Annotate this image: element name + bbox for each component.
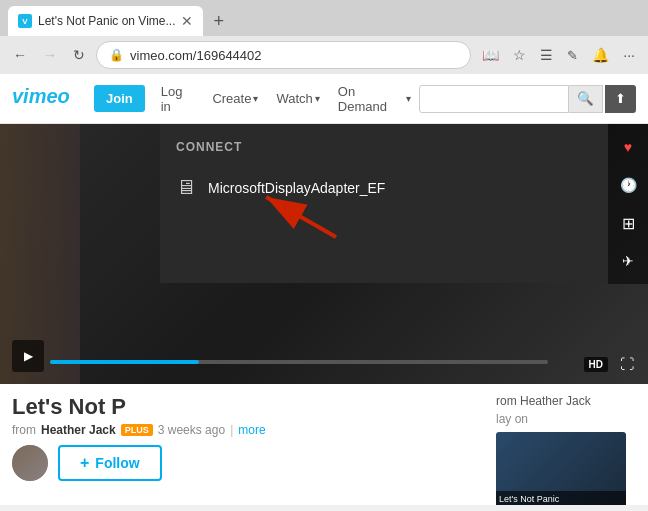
address-bar[interactable]: 🔒 vimeo.com/169644402: [96, 41, 471, 69]
new-tab-button[interactable]: +: [207, 11, 230, 32]
forward-button[interactable]: →: [38, 44, 62, 66]
author-name: Heather Jack: [41, 423, 116, 437]
svg-text:vimeo: vimeo: [12, 85, 70, 107]
watch-menu[interactable]: Watch ▾: [268, 86, 327, 111]
navigation-bar: ← → ↻ 🔒 vimeo.com/169644402 📖 ☆ ☰ ✎ 🔔 ··…: [0, 36, 648, 74]
tab-close-button[interactable]: ✕: [181, 13, 193, 29]
video-title: Let's Not P: [12, 394, 484, 420]
sidebar-thumb-overlay: Let's Not Panic: [496, 491, 626, 505]
tab-favicon: V: [18, 14, 32, 28]
url-text: vimeo.com/169644402: [130, 48, 262, 63]
progress-bar[interactable]: [50, 360, 548, 364]
menu-icon[interactable]: ☰: [535, 44, 558, 66]
watch-later-button[interactable]: 🕐: [613, 170, 643, 200]
connect-title: CONNECT: [176, 140, 592, 154]
lock-icon: 🔒: [109, 48, 124, 62]
share-button[interactable]: ✈: [613, 246, 643, 276]
monitor-icon: 🖥: [176, 176, 196, 199]
fullscreen-button[interactable]: ⛶: [620, 356, 634, 372]
author-section: + Follow: [12, 445, 484, 481]
svg-line-2: [266, 197, 336, 237]
avatar-image: [12, 445, 48, 481]
create-menu[interactable]: Create ▾: [204, 86, 266, 111]
bell-icon[interactable]: 🔔: [587, 44, 614, 66]
connect-dropdown: CONNECT 🖥 MicrosoftDisplayAdapter_EF: [160, 124, 608, 283]
sidebar-from-label: rom Heather Jack: [496, 394, 636, 408]
video-info-section: Let's Not P from Heather Jack PLUS 3 wee…: [12, 394, 484, 505]
video-area: CONNECT 🖥 MicrosoftDisplayAdapter_EF ▶: [0, 124, 648, 384]
arrow-area: [176, 207, 592, 267]
header-search: 🔍 ⬆: [419, 85, 636, 113]
more-link[interactable]: more: [238, 423, 265, 437]
avatar: [12, 445, 48, 481]
refresh-button[interactable]: ↻: [68, 44, 90, 66]
below-video-section: Let's Not P from Heather Jack PLUS 3 wee…: [0, 384, 648, 505]
on-demand-chevron: ▾: [406, 93, 411, 104]
bookmark-icon[interactable]: ☆: [508, 44, 531, 66]
time-ago: 3 weeks ago: [158, 423, 225, 437]
vimeo-logo: vimeo: [12, 85, 82, 113]
tab-title: Let's Not Panic on Vime...: [38, 14, 175, 28]
browser-nav-icons: 📖 ☆ ☰ ✎ 🔔 ···: [477, 44, 640, 66]
join-button[interactable]: Join: [94, 85, 145, 112]
plus-badge: PLUS: [121, 424, 153, 436]
follow-plus-icon: +: [80, 454, 89, 472]
back-button[interactable]: ←: [8, 44, 32, 66]
on-demand-menu[interactable]: On Demand ▾: [330, 79, 419, 119]
video-meta: from Heather Jack PLUS 3 weeks ago | mor…: [12, 423, 484, 437]
browser-chrome: V Let's Not Panic on Vime... ✕ + ← → ↻ 🔒…: [0, 0, 648, 74]
more-icon[interactable]: ···: [618, 44, 640, 66]
reader-icon[interactable]: 📖: [477, 44, 504, 66]
search-button[interactable]: 🔍: [569, 85, 603, 113]
edit-icon[interactable]: ✎: [562, 45, 583, 66]
follow-label: Follow: [95, 455, 139, 471]
header-navigation: Log in Create ▾ Watch ▾ On Demand ▾: [153, 79, 419, 119]
video-right-icons: ♥ 🕐 ⊞ ✈: [608, 124, 648, 284]
hd-badge: HD: [584, 357, 608, 372]
red-arrow-icon: [256, 187, 376, 247]
page-content: vimeo Join Log in Create ▾ Watch ▾ On De…: [0, 74, 648, 505]
create-chevron: ▾: [253, 93, 258, 104]
login-link[interactable]: Log in: [153, 79, 203, 119]
watch-chevron: ▾: [315, 93, 320, 104]
separator: |: [230, 423, 233, 437]
collections-button[interactable]: ⊞: [613, 208, 643, 238]
from-label: from: [12, 423, 36, 437]
progress-fill: [50, 360, 199, 364]
search-input[interactable]: [419, 85, 569, 113]
sidebar-play-on: lay on: [496, 412, 636, 426]
like-button[interactable]: ♥: [613, 132, 643, 162]
vimeo-header: vimeo Join Log in Create ▾ Watch ▾ On De…: [0, 74, 648, 124]
play-button[interactable]: ▶: [12, 340, 44, 372]
tab-bar: V Let's Not Panic on Vime... ✕ +: [0, 0, 648, 36]
upload-button[interactable]: ⬆: [605, 85, 636, 113]
sidebar-thumbnail[interactable]: Let's Not Panic: [496, 432, 626, 505]
follow-button[interactable]: + Follow: [58, 445, 162, 481]
active-tab[interactable]: V Let's Not Panic on Vime... ✕: [8, 6, 203, 36]
connect-device-item[interactable]: 🖥 MicrosoftDisplayAdapter_EF: [176, 168, 592, 207]
right-sidebar: rom Heather Jack lay on Let's Not Panic …: [496, 394, 636, 505]
